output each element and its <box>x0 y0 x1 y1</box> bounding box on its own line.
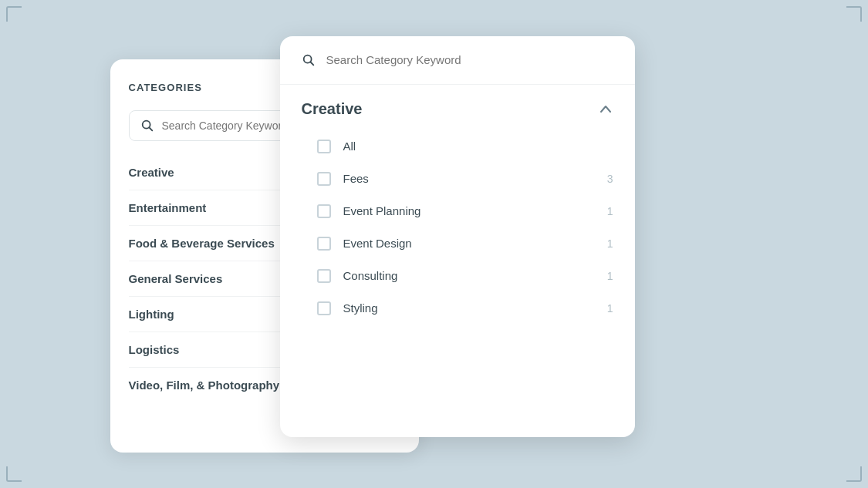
checkbox-fees[interactable] <box>317 172 331 186</box>
categories-title: CATEGORIES <box>129 82 202 93</box>
front-search-icon <box>302 53 316 67</box>
sub-item-count-consulting: 1 <box>607 270 613 282</box>
creative-expanded-panel: Creative All Fees 3 Event Planning 1 <box>280 36 635 437</box>
sub-item-event-design[interactable]: Event Design 1 <box>280 227 635 260</box>
sub-item-all[interactable]: All <box>280 130 635 163</box>
creative-section-title: Creative <box>302 100 363 118</box>
creative-section-header: Creative <box>280 85 635 130</box>
creative-collapse-icon[interactable] <box>598 101 613 116</box>
checkbox-event-design[interactable] <box>317 237 331 251</box>
category-name-logistics: Logistics <box>129 343 180 356</box>
svg-line-3 <box>310 62 313 65</box>
checkbox-event-planning[interactable] <box>317 204 331 218</box>
sub-item-label-event-design: Event Design <box>343 237 607 250</box>
category-name-entertainment: Entertainment <box>129 201 207 214</box>
svg-line-1 <box>149 127 152 130</box>
corner-decoration-tr <box>846 6 862 22</box>
sub-item-styling[interactable]: Styling 1 <box>280 292 635 325</box>
sub-item-label-all: All <box>343 140 613 153</box>
sub-item-fees[interactable]: Fees 3 <box>280 163 635 195</box>
sub-item-count-styling: 1 <box>607 302 613 315</box>
sub-item-count-fees: 3 <box>607 173 613 185</box>
front-panel-search-input[interactable] <box>326 53 613 66</box>
front-panel-search-box[interactable] <box>280 36 635 85</box>
category-name-creative: Creative <box>129 166 174 179</box>
category-name-general-services: General Services <box>129 272 223 285</box>
checkbox-consulting[interactable] <box>317 269 331 283</box>
category-name-food-beverage: Food & Beverage Services <box>129 237 275 250</box>
sub-items-list: All Fees 3 Event Planning 1 Event Design… <box>280 130 635 325</box>
sub-item-count-event-design: 1 <box>607 237 613 250</box>
sub-item-label-event-planning: Event Planning <box>343 204 607 217</box>
sub-item-count-event-planning: 1 <box>607 205 613 217</box>
corner-decoration-br <box>846 466 862 482</box>
sub-item-consulting[interactable]: Consulting 1 <box>280 260 635 292</box>
corner-decoration-bl <box>6 466 22 482</box>
sub-item-label-consulting: Consulting <box>343 269 607 282</box>
checkbox-styling[interactable] <box>317 301 331 315</box>
search-icon <box>140 119 154 133</box>
category-name-video-film-photo: Video, Film, & Photography <box>129 379 280 392</box>
sub-item-event-planning[interactable]: Event Planning 1 <box>280 195 635 227</box>
corner-decoration-tl <box>6 6 22 22</box>
category-name-lighting: Lighting <box>129 308 174 321</box>
checkbox-all[interactable] <box>317 140 331 153</box>
panels-container: CATEGORIES Creative Entertainm <box>110 36 758 453</box>
sub-item-label-styling: Styling <box>343 301 607 315</box>
sub-item-label-fees: Fees <box>343 172 607 185</box>
